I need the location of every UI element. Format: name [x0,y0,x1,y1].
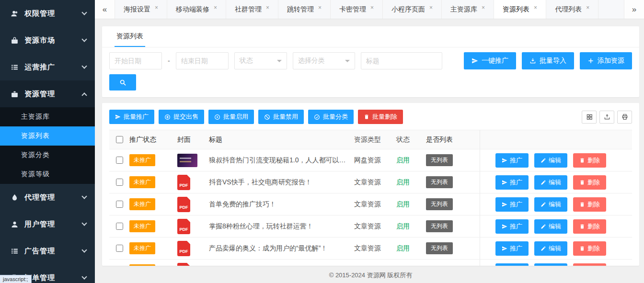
one-click-promote-button[interactable]: 一键推广 [464,52,516,69]
sidebar-item-label: 代理管理 [24,193,82,202]
tab-redirect[interactable]: 跳转管理 × [278,0,331,19]
close-icon[interactable]: × [482,4,485,11]
table-row: 未推广 PDF 推广 编辑 删除 [109,260,632,266]
search-button[interactable] [109,74,136,91]
close-icon[interactable]: × [370,4,374,11]
card-tab-resource-list[interactable]: 资源列表 [115,26,145,47]
pdf-file-icon: PDF [177,197,190,212]
chevron-down-icon [81,193,87,199]
edit-button[interactable]: 编辑 [534,175,567,190]
batch-category-button[interactable]: 批量分类 [308,110,354,124]
delete-button[interactable]: 删除 [573,241,606,256]
start-date-input[interactable] [109,52,162,69]
resource-type: 文章资源 [354,200,396,209]
edit-button[interactable]: 编辑 [534,241,567,256]
content: 资源列表 - 状态 选择分类 一键推广 [95,19,644,283]
row-checkbox[interactable] [116,157,123,164]
promote-button[interactable]: 推广 [495,263,529,266]
tabs-scroll-left-icon[interactable]: « [95,0,115,19]
delete-button[interactable]: 删除 [573,197,606,212]
batch-disable-button[interactable]: 批量禁用 [258,110,304,124]
print-button[interactable] [617,111,632,124]
tab-agent-list[interactable]: 代理列表 × [546,0,598,19]
tab-resource-list[interactable]: 资源列表 × [494,0,546,19]
tab-card-key[interactable]: 卡密管理 × [331,0,383,19]
table-row: 未推广 PDF 首单免费的推广技巧！ 文章资源 启用 无列表 推广 编辑 删除 [109,193,632,215]
sidebar-item-agent[interactable]: 代理管理 [0,184,95,211]
pdf-file-icon: PDF [177,175,190,190]
edit-button[interactable]: 编辑 [534,197,567,212]
close-icon[interactable]: × [586,4,589,11]
tab-poster-settings[interactable]: 海报设置 × [115,0,167,19]
paper-plane-icon [502,180,507,185]
row-checkbox[interactable] [116,245,123,252]
tab-mobile-decor[interactable]: 移动端装修 × [167,0,226,19]
table-row: 未推广 PDF 掌握8种粉丝心理，玩转社群运营！ 文章资源 启用 无列表 推广 … [109,215,632,238]
sidebar-item-resource-list[interactable]: 资源列表 [0,126,95,146]
row-checkbox[interactable] [116,223,123,230]
delete-button[interactable]: 删除 [573,175,606,190]
edit-button[interactable]: 编辑 [534,219,567,234]
paper-plane-icon [502,224,507,229]
batch-delete-button[interactable]: 批量删除 [358,110,403,124]
header-cover: 封面 [177,136,209,144]
tab-label: 主资源库 [450,5,477,14]
sidebar-item-user[interactable]: 用户管理 [0,211,95,238]
batch-import-button[interactable]: 批量导入 [522,52,574,69]
close-icon[interactable]: × [534,4,537,11]
filter-card: 资源列表 - 状态 选择分类 一键推广 [102,26,639,97]
sidebar-item-permission[interactable]: 权限管理 [0,0,95,27]
category-select[interactable]: 选择分类 [293,52,355,69]
delete-button[interactable]: 删除 [573,263,606,266]
tab-community[interactable]: 社群管理 × [226,0,278,19]
promote-button[interactable]: 推广 [495,197,529,212]
edit-button[interactable]: 编辑 [534,153,567,168]
tab-miniprogram-page[interactable]: 小程序页面 × [383,0,442,19]
end-date-input[interactable] [176,52,229,69]
close-icon[interactable]: × [155,4,158,11]
delete-button[interactable]: 删除 [573,219,606,234]
tab-label: 跳转管理 [287,5,314,14]
header-is-list: 是否列表 [426,136,480,144]
promote-button[interactable]: 推广 [495,175,529,190]
columns-toggle-button[interactable] [582,111,597,124]
sidebar-item-resource-category[interactable]: 资源分类 [0,146,95,165]
promote-button[interactable]: 推广 [495,241,529,256]
pencil-icon [540,158,546,163]
select-all-checkbox[interactable] [116,136,123,143]
user-badge-icon [11,10,19,18]
resource-title: 掌握8种粉丝心理，玩转社群运营！ [209,222,354,231]
sidebar-item-resource-level[interactable]: 资源等级 [0,165,95,184]
sidebar-item-operations[interactable]: 运营推广 [0,54,95,80]
search-icon [119,79,126,86]
close-icon[interactable]: × [266,4,269,11]
tab-label: 小程序页面 [391,5,425,14]
close-icon[interactable]: × [429,4,433,11]
close-icon[interactable]: × [318,4,322,11]
status-text: 启用 [396,200,410,208]
row-checkbox[interactable] [116,201,123,208]
delete-button[interactable]: 删除 [573,153,606,168]
edit-button[interactable]: 编辑 [534,263,567,266]
title-input[interactable] [361,52,442,69]
sidebar-item-main-repo[interactable]: 主资源库 [0,107,95,126]
tab-main-repo[interactable]: 主资源库 × [442,0,494,19]
sidebar-item-market[interactable]: 资源市场 [0,27,95,54]
batch-promote-button[interactable]: 批量推广 [109,110,154,124]
status-text: 启用 [396,178,410,186]
tabs-scroll-right-icon[interactable]: » [624,0,644,19]
add-resource-button[interactable]: 添加资源 [580,52,632,69]
row-checkbox[interactable] [116,179,123,186]
paper-plane-icon [502,246,507,251]
export-button[interactable] [599,111,614,124]
sidebar-item-ads[interactable]: 广告管理 [0,238,95,264]
submit-sale-button[interactable]: 提交出售 [159,110,204,124]
batch-enable-button[interactable]: 批量启用 [208,110,254,124]
promote-button[interactable]: 推广 [495,153,529,168]
status-select[interactable]: 状态 [234,52,287,69]
resource-type: 文章资源 [354,244,396,253]
close-icon[interactable]: × [214,4,217,11]
promote-button[interactable]: 推广 [495,219,529,234]
sidebar-item-resource-management[interactable]: 资源管理 [0,80,95,107]
header-title: 标题 [209,136,354,144]
